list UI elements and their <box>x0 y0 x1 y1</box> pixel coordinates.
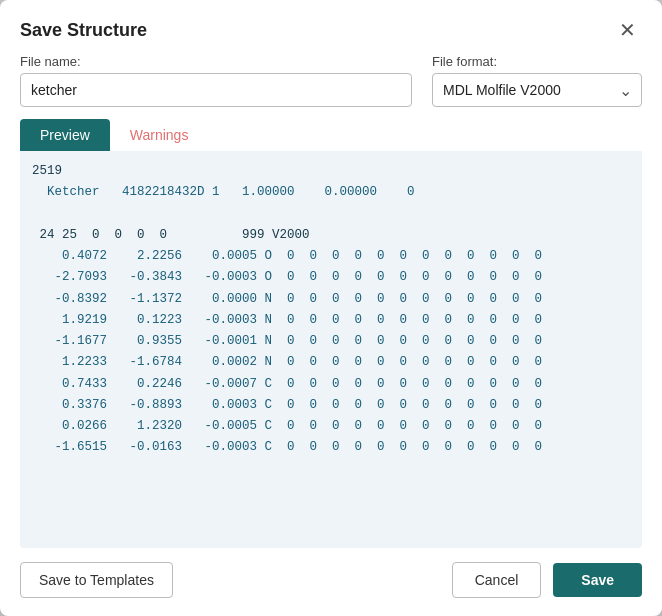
close-button[interactable]: ✕ <box>613 18 642 42</box>
filename-label: File name: <box>20 54 412 69</box>
dialog-title: Save Structure <box>20 20 147 41</box>
dialog-header: Save Structure ✕ <box>0 0 662 54</box>
tab-warnings[interactable]: Warnings <box>110 119 209 151</box>
preview-line: 24 25 0 0 0 0 999 V2000 <box>32 225 630 246</box>
fileformat-wrapper: MDL Molfile V2000 MDL Molfile V3000 SDF … <box>432 73 642 107</box>
fileformat-select[interactable]: MDL Molfile V2000 MDL Molfile V3000 SDF … <box>432 73 642 107</box>
preview-line: -1.6515 -0.0163 -0.0003 C 0 0 0 0 0 0 0 … <box>32 437 630 458</box>
preview-line: 0.4072 2.2256 0.0005 O 0 0 0 0 0 0 0 0 0… <box>32 246 630 267</box>
preview-line: -2.7093 -0.3843 -0.0003 O 0 0 0 0 0 0 0 … <box>32 267 630 288</box>
preview-line: 0.7433 0.2246 -0.0007 C 0 0 0 0 0 0 0 0 … <box>32 374 630 395</box>
preview-content[interactable]: 2519 Ketcher 4182218432D 1 1.00000 0.000… <box>20 151 642 469</box>
preview-line: -0.8392 -1.1372 0.0000 N 0 0 0 0 0 0 0 0… <box>32 289 630 310</box>
tab-preview[interactable]: Preview <box>20 119 110 151</box>
fileformat-group: File format: MDL Molfile V2000 MDL Molfi… <box>432 54 642 107</box>
footer-right: Cancel Save <box>452 562 642 598</box>
save-button[interactable]: Save <box>553 563 642 597</box>
preview-line: 0.3376 -0.8893 0.0003 C 0 0 0 0 0 0 0 0 … <box>32 395 630 416</box>
preview-line: 2519 <box>32 161 630 182</box>
cancel-button[interactable]: Cancel <box>452 562 542 598</box>
tabs-row: Preview Warnings <box>0 119 662 151</box>
preview-line: -1.1677 0.9355 -0.0001 N 0 0 0 0 0 0 0 0… <box>32 331 630 352</box>
preview-line: 1.2233 -1.6784 0.0002 N 0 0 0 0 0 0 0 0 … <box>32 352 630 373</box>
form-row: File name: File format: MDL Molfile V200… <box>0 54 662 119</box>
dialog-footer: Save to Templates Cancel Save <box>0 548 662 616</box>
preview-line <box>32 204 630 225</box>
preview-area: 2519 Ketcher 4182218432D 1 1.00000 0.000… <box>20 151 642 548</box>
filename-input[interactable] <box>20 73 412 107</box>
filename-group: File name: <box>20 54 412 107</box>
preview-line: 0.0266 1.2320 -0.0005 C 0 0 0 0 0 0 0 0 … <box>32 416 630 437</box>
save-to-templates-button[interactable]: Save to Templates <box>20 562 173 598</box>
preview-line: 1.9219 0.1223 -0.0003 N 0 0 0 0 0 0 0 0 … <box>32 310 630 331</box>
save-structure-dialog: Save Structure ✕ File name: File format:… <box>0 0 662 616</box>
preview-line: Ketcher 4182218432D 1 1.00000 0.00000 0 <box>32 182 630 203</box>
fileformat-label: File format: <box>432 54 642 69</box>
